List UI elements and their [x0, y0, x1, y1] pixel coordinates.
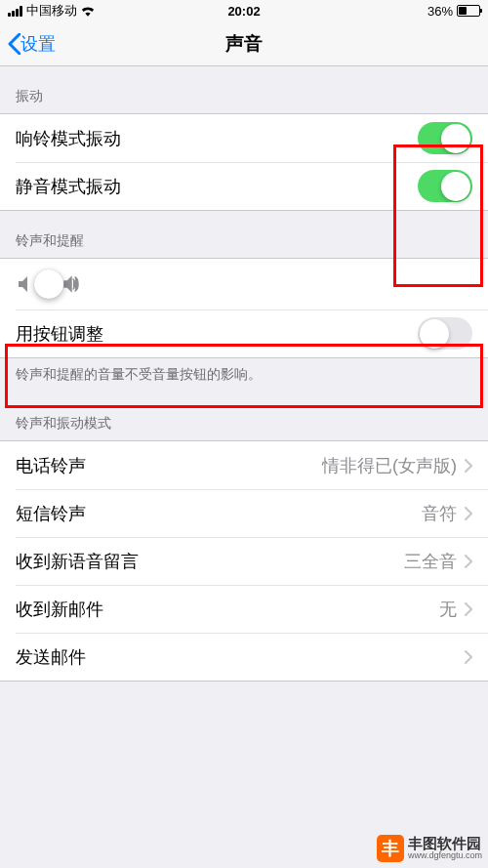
signal-icon: [8, 6, 22, 17]
label-ringtone: 电话铃声: [16, 454, 86, 477]
back-button[interactable]: 设置: [0, 32, 56, 56]
back-label: 设置: [20, 32, 56, 56]
watermark-name: 丰图软件园: [408, 836, 482, 852]
switch-vibrate-ring[interactable]: [418, 122, 472, 154]
chevron-right-icon: [465, 602, 472, 616]
wifi-icon: [81, 6, 95, 17]
section-footer-ringer: 铃声和提醒的音量不受音量按钮的影响。: [0, 358, 488, 393]
slider-thumb[interactable]: [34, 269, 63, 299]
battery-percent: 36%: [427, 4, 453, 19]
value-newmail: 无: [439, 598, 457, 621]
chevron-right-icon: [465, 459, 472, 473]
cell-vibrate-silent[interactable]: 静音模式振动: [0, 162, 488, 210]
label-texttone: 短信铃声: [16, 502, 86, 525]
status-time: 20:02: [227, 4, 260, 19]
value-texttone: 音符: [422, 502, 457, 525]
cell-voicemail[interactable]: 收到新语音留言 三全音: [0, 537, 488, 585]
value-ringtone: 情非得已(女声版): [322, 454, 457, 477]
label-voicemail: 收到新语音留言: [16, 550, 139, 573]
volume-low-icon: [16, 274, 35, 294]
section-header-patterns: 铃声和振动模式: [0, 393, 488, 440]
volume-high-icon: [62, 274, 82, 294]
cell-newmail[interactable]: 收到新邮件 无: [0, 585, 488, 633]
watermark-badge: 丰: [377, 835, 404, 862]
carrier-label: 中国移动: [26, 2, 77, 20]
cell-button-adjust[interactable]: 用按钮调整: [0, 310, 488, 357]
cell-vibrate-ring[interactable]: 响铃模式振动: [0, 114, 488, 162]
chevron-right-icon: [465, 650, 472, 664]
chevron-right-icon: [465, 507, 472, 520]
watermark: 丰 丰图软件园 www.dgfengtu.com: [377, 835, 482, 862]
content-scroll[interactable]: 振动 响铃模式振动 静音模式振动 铃声和提醒 用按钮调整 铃声和: [0, 66, 488, 868]
battery-icon: [457, 5, 480, 17]
watermark-url: www.dgfengtu.com: [408, 851, 482, 861]
value-voicemail: 三全音: [404, 550, 457, 573]
cell-texttone[interactable]: 短信铃声 音符: [0, 489, 488, 537]
section-header-ringer: 铃声和提醒: [0, 211, 488, 258]
chevron-left-icon: [8, 33, 20, 55]
nav-bar: 设置 声音: [0, 21, 488, 66]
status-bar: 中国移动 20:02 36%: [0, 0, 488, 21]
cell-ringtone[interactable]: 电话铃声 情非得已(女声版): [0, 441, 488, 489]
label-button-adjust: 用按钮调整: [16, 322, 103, 346]
switch-button-adjust[interactable]: [418, 317, 472, 350]
label-newmail: 收到新邮件: [16, 598, 103, 621]
label-vibrate-ring: 响铃模式振动: [16, 127, 121, 150]
label-vibrate-silent: 静音模式振动: [16, 175, 121, 198]
chevron-right-icon: [465, 555, 472, 568]
page-title: 声音: [225, 31, 263, 57]
label-sentmail: 发送邮件: [16, 645, 86, 669]
cell-volume-slider: [0, 259, 488, 310]
section-header-vibrate: 振动: [0, 66, 488, 113]
cell-sentmail[interactable]: 发送邮件: [0, 633, 488, 681]
switch-vibrate-silent[interactable]: [418, 170, 472, 202]
